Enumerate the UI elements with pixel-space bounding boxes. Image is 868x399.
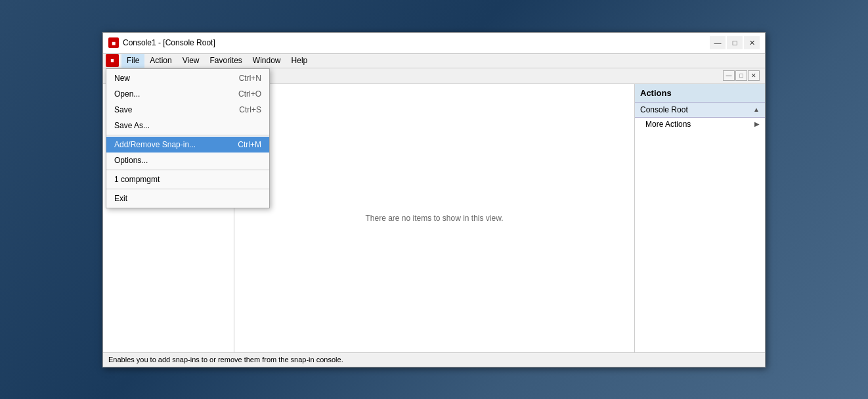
main-window: ■ Console1 - [Console Root] — □ ✕ ■ File… (102, 32, 766, 367)
menu-new[interactable]: New Ctrl+N (106, 70, 269, 86)
actions-header: Actions (635, 84, 765, 103)
menu-item-file[interactable]: File (121, 54, 144, 68)
menu-options[interactable]: Options... (106, 153, 269, 168)
window-title: Console1 - [Console Root] (123, 38, 215, 47)
menu-open[interactable]: Open... Ctrl+O (106, 86, 269, 102)
menu-separator-2 (106, 170, 269, 170)
minimize-button[interactable]: — (710, 36, 726, 49)
menu-save[interactable]: Save Ctrl+S (106, 102, 269, 118)
actions-section-console-root[interactable]: Console Root ▲ (635, 103, 765, 118)
menu-item-favorites[interactable]: Favorites (205, 54, 248, 68)
maximize-button[interactable]: □ (727, 36, 743, 49)
menu-item-view[interactable]: View (177, 54, 205, 68)
title-controls: — □ ✕ (710, 36, 760, 49)
menu-recent-1[interactable]: 1 compmgmt (106, 172, 269, 187)
chevron-up-icon: ▲ (753, 106, 760, 113)
menu-item-action[interactable]: Action (144, 54, 177, 68)
menu-save-as[interactable]: Save As... (106, 118, 269, 133)
inner-maximize-button[interactable]: □ (735, 70, 747, 81)
inner-toolbar-buttons: — □ ✕ (723, 70, 760, 81)
inner-close-button[interactable]: ✕ (748, 70, 760, 81)
menu-bar: ■ File Action View Favorites Window Help… (103, 54, 765, 68)
actions-item-more-actions[interactable]: More Actions ▶ (635, 118, 765, 131)
file-dropdown-menu: New Ctrl+N Open... Ctrl+O Save Ctrl+S Sa… (106, 68, 270, 208)
menu-item-help[interactable]: Help (286, 54, 313, 68)
status-bar: Enables you to add snap-ins to or remove… (103, 352, 765, 367)
menu-app-icon: ■ (106, 54, 119, 67)
chevron-right-icon: ▶ (754, 120, 760, 128)
menu-exit[interactable]: Exit (106, 191, 269, 206)
empty-message: There are no items to show in this view. (365, 214, 503, 223)
title-bar: ■ Console1 - [Console Root] — □ ✕ (103, 33, 765, 54)
actions-item-label: More Actions (645, 120, 691, 129)
center-panel: There are no items to show in this view. (234, 84, 635, 352)
actions-panel: Actions Console Root ▲ More Actions ▶ (635, 84, 765, 352)
app-icon: ■ (108, 37, 119, 48)
actions-section-label: Console Root (640, 105, 688, 114)
menu-separator-1 (106, 135, 269, 135)
menu-separator-3 (106, 189, 269, 189)
menu-item-window[interactable]: Window (248, 54, 286, 68)
inner-minimize-button[interactable]: — (723, 70, 735, 81)
close-button[interactable]: ✕ (744, 36, 760, 49)
title-bar-left: ■ Console1 - [Console Root] (108, 37, 215, 48)
menu-add-remove-snapin[interactable]: Add/Remove Snap-in... Ctrl+M (106, 137, 269, 153)
status-text: Enables you to add snap-ins to or remove… (108, 356, 343, 364)
